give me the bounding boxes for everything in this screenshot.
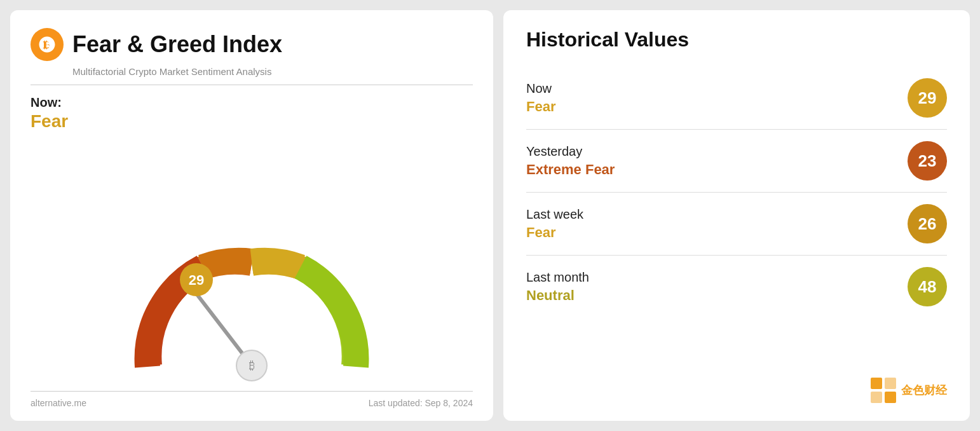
gauge-svg: ₿ 29 bbox=[99, 213, 404, 385]
row-sentiment: Fear bbox=[526, 224, 583, 241]
value-circle: 29 bbox=[908, 78, 947, 118]
value-circle: 48 bbox=[908, 267, 947, 306]
value-circle: 26 bbox=[908, 204, 947, 243]
svg-rect-2 bbox=[871, 378, 882, 389]
historical-title: Historical Values bbox=[526, 28, 947, 51]
watermark: 金色财经 bbox=[526, 370, 947, 403]
historical-rows: Now Fear 29 Yesterday Extreme Fear 23 La… bbox=[526, 67, 947, 318]
row-text: Last month Neutral bbox=[526, 270, 589, 304]
historical-row: Last month Neutral 48 bbox=[526, 256, 947, 318]
gauge-container: ₿ 29 bbox=[31, 143, 473, 385]
svg-rect-5 bbox=[885, 392, 896, 403]
svg-text:₿: ₿ bbox=[249, 359, 255, 372]
row-period: Last month bbox=[526, 270, 589, 285]
row-text: Last week Fear bbox=[526, 207, 583, 241]
row-text: Now Fear bbox=[526, 81, 555, 115]
watermark-icon bbox=[871, 378, 896, 403]
bitcoin-icon bbox=[31, 28, 64, 61]
svg-rect-4 bbox=[871, 392, 882, 403]
row-sentiment: Fear bbox=[526, 99, 555, 115]
right-panel: Historical Values Now Fear 29 Yesterday … bbox=[503, 10, 970, 421]
row-sentiment: Neutral bbox=[526, 287, 589, 304]
page-title: Fear & Greed Index bbox=[72, 31, 282, 58]
historical-row: Yesterday Extreme Fear 23 bbox=[526, 130, 947, 193]
left-panel: Fear & Greed Index Multifactorial Crypto… bbox=[10, 10, 493, 421]
watermark-text: 金色财经 bbox=[901, 383, 947, 398]
now-label: Now: bbox=[31, 95, 473, 110]
row-sentiment: Extreme Fear bbox=[526, 161, 615, 178]
historical-row: Last week Fear 26 bbox=[526, 193, 947, 256]
header-divider bbox=[31, 85, 473, 85]
value-circle: 23 bbox=[908, 141, 947, 181]
subtitle: Multifactorial Crypto Market Sentiment A… bbox=[72, 66, 473, 77]
row-period: Last week bbox=[526, 207, 583, 222]
row-period: Yesterday bbox=[526, 144, 615, 159]
row-period: Now bbox=[526, 81, 555, 96]
footer-source: alternative.me bbox=[31, 398, 86, 408]
now-sentiment: Fear bbox=[31, 111, 473, 132]
footer-updated: Last updated: Sep 8, 2024 bbox=[369, 398, 473, 408]
footer: alternative.me Last updated: Sep 8, 2024 bbox=[31, 391, 473, 408]
svg-rect-3 bbox=[885, 378, 896, 389]
header: Fear & Greed Index bbox=[31, 28, 473, 61]
historical-row: Now Fear 29 bbox=[526, 67, 947, 130]
svg-text:29: 29 bbox=[189, 272, 204, 288]
row-text: Yesterday Extreme Fear bbox=[526, 144, 615, 178]
